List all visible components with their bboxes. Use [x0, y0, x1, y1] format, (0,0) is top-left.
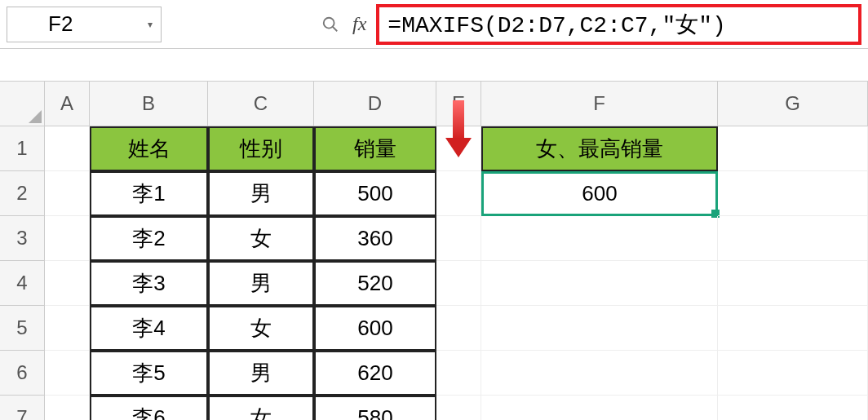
row-header-1[interactable]: 1	[0, 126, 45, 171]
cell-B5[interactable]: 李4	[90, 306, 208, 351]
cell-D7[interactable]: 580	[314, 396, 436, 420]
cell-F6[interactable]	[481, 351, 718, 396]
cell-C2[interactable]: 男	[208, 171, 314, 216]
cell-A2[interactable]	[45, 171, 90, 216]
cell-A3[interactable]	[45, 216, 90, 261]
cell-G7[interactable]	[718, 396, 868, 420]
cell-D6[interactable]: 620	[314, 351, 436, 396]
cell-D3[interactable]: 360	[314, 216, 436, 261]
cell-B2[interactable]: 李1	[90, 171, 208, 216]
ribbon-gap	[0, 49, 868, 82]
col-header-B[interactable]: B	[90, 82, 208, 126]
row-header-2[interactable]: 2	[0, 171, 45, 216]
cell-G1[interactable]	[718, 126, 868, 171]
cell-E4[interactable]	[436, 261, 481, 306]
cell-F7[interactable]	[481, 396, 718, 420]
cell-D5[interactable]: 600	[314, 306, 436, 351]
zoom-icon[interactable]	[318, 12, 343, 37]
cell-C6[interactable]: 男	[208, 351, 314, 396]
cell-E2[interactable]	[436, 171, 481, 216]
cell-C5[interactable]: 女	[208, 306, 314, 351]
cell-B7[interactable]: 李6	[90, 396, 208, 420]
cell-E6[interactable]	[436, 351, 481, 396]
cell-G4[interactable]	[718, 261, 868, 306]
cell-B3[interactable]: 李2	[90, 216, 208, 261]
row-header-7[interactable]: 7	[0, 396, 45, 420]
cell-A5[interactable]	[45, 306, 90, 351]
cell-E7[interactable]	[436, 396, 481, 420]
row-header-3[interactable]: 3	[0, 216, 45, 261]
cell-C4[interactable]: 男	[208, 261, 314, 306]
cell-A6[interactable]	[45, 351, 90, 396]
row-header-4[interactable]: 4	[0, 261, 45, 306]
cell-G5[interactable]	[718, 306, 868, 351]
col-header-D[interactable]: D	[314, 82, 436, 126]
cell-F5[interactable]	[481, 306, 718, 351]
cell-D4[interactable]: 520	[314, 261, 436, 306]
cell-C1[interactable]: 性别	[208, 126, 314, 171]
select-all-corner[interactable]	[0, 82, 45, 126]
cell-B4[interactable]: 李3	[90, 261, 208, 306]
col-header-E[interactable]: E	[436, 82, 481, 126]
cell-G6[interactable]	[718, 351, 868, 396]
cell-C7[interactable]: 女	[208, 396, 314, 420]
name-box-value: F2	[48, 11, 73, 37]
svg-line-1	[333, 26, 338, 31]
fx-label: fx	[348, 13, 371, 35]
cell-C3[interactable]: 女	[208, 216, 314, 261]
col-header-C[interactable]: C	[208, 82, 314, 126]
cell-D2[interactable]: 500	[314, 171, 436, 216]
cell-E1[interactable]	[436, 126, 481, 171]
cell-A4[interactable]	[45, 261, 90, 306]
name-box-dropdown-icon[interactable]: ▾	[148, 19, 153, 30]
cell-F1[interactable]: 女、最高销量	[481, 126, 718, 171]
col-header-A[interactable]: A	[45, 82, 90, 126]
col-header-F[interactable]: F	[481, 82, 718, 126]
cell-B6[interactable]: 李5	[90, 351, 208, 396]
cell-E5[interactable]	[436, 306, 481, 351]
cell-G3[interactable]	[718, 216, 868, 261]
formula-input[interactable]: =MAXIFS(D2:D7,C2:C7,"女")	[376, 4, 861, 45]
svg-point-0	[324, 17, 334, 28]
formula-bar: F2 ▾ fx =MAXIFS(D2:D7,C2:C7,"女")	[0, 0, 868, 49]
formula-text: =MAXIFS(D2:D7,C2:C7,"女")	[388, 9, 725, 40]
cell-A1[interactable]	[45, 126, 90, 171]
cell-A7[interactable]	[45, 396, 90, 420]
row-header-6[interactable]: 6	[0, 351, 45, 396]
name-box[interactable]: F2 ▾	[7, 7, 162, 42]
cell-B1[interactable]: 姓名	[90, 126, 208, 171]
row-header-5[interactable]: 5	[0, 306, 45, 351]
cell-F4[interactable]	[481, 261, 718, 306]
spreadsheet-grid[interactable]: A B C D E F G 1 姓名 性别 销量 女、最高销量 2 李1 男 5…	[0, 82, 868, 420]
cell-F3[interactable]	[481, 216, 718, 261]
cell-E3[interactable]	[436, 216, 481, 261]
cell-G2[interactable]	[718, 171, 868, 216]
cell-F2-selected[interactable]: 600	[481, 171, 718, 216]
col-header-G[interactable]: G	[718, 82, 868, 126]
cell-D1[interactable]: 销量	[314, 126, 436, 171]
